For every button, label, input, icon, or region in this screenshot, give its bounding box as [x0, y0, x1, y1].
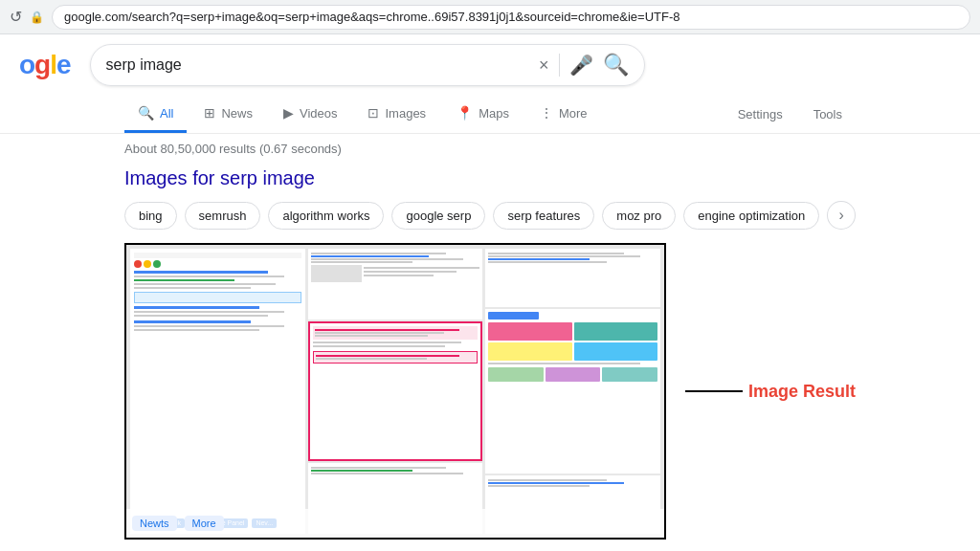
image-result-box[interactable]: ✓ Image Pack Knowledge Panel Nev...	[124, 243, 666, 540]
results-area: About 80,50,000 results (0.67 seconds) I…	[0, 134, 980, 540]
browser-bar: ↺ 🔒 google.com/search?q=serp+image&oq=se…	[0, 0, 980, 34]
tab-news-label: News	[221, 106, 253, 121]
newts-chip: Newts	[132, 516, 177, 531]
maps-tab-icon: 📍	[457, 105, 473, 121]
google-header: ogle serp image × 🎤 🔍	[0, 34, 980, 96]
chip-semrush[interactable]: semrush	[185, 202, 261, 230]
logo-letter-o: o	[19, 50, 34, 79]
voice-search-icon[interactable]: 🎤	[569, 54, 593, 77]
reload-button[interactable]: ↺	[10, 8, 22, 26]
nav-tabs: 🔍 All ⊞ News ▶ Videos ⊡ Images 📍 Maps ⋮ …	[0, 96, 980, 134]
tab-more[interactable]: ⋮ More	[526, 96, 601, 133]
images-heading[interactable]: Images for serp image	[124, 167, 856, 189]
results-count: About 80,50,000 results (0.67 seconds)	[124, 142, 856, 156]
google-page: ogle serp image × 🎤 🔍 🔍 All ⊞ News ▶ Vid…	[0, 34, 980, 551]
annotation-arrow-line	[685, 390, 743, 392]
tab-images-label: Images	[385, 106, 426, 121]
search-bar: serp image × 🎤 🔍	[90, 44, 645, 86]
search-divider	[559, 54, 560, 77]
chip-moz-pro[interactable]: moz pro	[602, 202, 676, 230]
lock-icon: 🔒	[30, 11, 44, 24]
tab-maps[interactable]: 📍 Maps	[443, 96, 523, 133]
images-tab-icon: ⊡	[368, 105, 379, 121]
logo-letter-l: l	[50, 50, 56, 79]
url-text: google.com/search?q=serp+image&oq=serp+i…	[64, 10, 680, 24]
tab-videos[interactable]: ▶ Videos	[270, 96, 351, 133]
chip-engine-optimization[interactable]: engine optimization	[683, 202, 819, 230]
image-result-annotation: Image Result	[685, 382, 856, 402]
nav-right: Settings Tools	[724, 98, 856, 131]
search-query[interactable]: serp image	[106, 56, 529, 74]
chip-google-serp[interactable]: google serp	[391, 202, 485, 230]
chip-bing[interactable]: bing	[124, 202, 177, 230]
tab-all-label: All	[160, 106, 173, 121]
logo-letter-e: e	[56, 50, 71, 79]
image-result-container: ✓ Image Pack Knowledge Panel Nev...	[124, 243, 856, 540]
settings-link[interactable]: Settings	[724, 98, 796, 131]
tab-news[interactable]: ⊞ News	[190, 96, 266, 133]
tab-maps-label: Maps	[479, 106, 509, 121]
search-submit-icon[interactable]: 🔍	[603, 53, 629, 77]
chips-next-arrow[interactable]: ›	[827, 201, 856, 230]
news-tab-icon: ⊞	[204, 105, 215, 121]
annotation-label: Image Result	[748, 382, 856, 402]
tab-videos-label: Videos	[300, 106, 338, 121]
tab-all[interactable]: 🔍 All	[124, 96, 187, 133]
more-tab-icon: ⋮	[540, 105, 553, 121]
image-footer-chips: Newts More	[126, 509, 664, 538]
videos-tab-icon: ▶	[283, 105, 294, 121]
chips-row: bing semrush algorithm works google serp…	[124, 201, 856, 230]
tab-more-label: More	[559, 106, 588, 121]
tools-link[interactable]: Tools	[800, 98, 856, 131]
clear-button[interactable]: ×	[539, 55, 549, 76]
all-tab-icon: 🔍	[138, 105, 154, 121]
more-chip: More	[185, 516, 224, 531]
logo-letter-g1: g	[34, 50, 50, 79]
google-logo: ogle	[19, 50, 71, 80]
address-bar[interactable]: google.com/search?q=serp+image&oq=serp+i…	[52, 5, 970, 30]
chip-serp-features[interactable]: serp features	[493, 202, 594, 230]
chip-algorithm-works[interactable]: algorithm works	[268, 202, 384, 230]
tab-images[interactable]: ⊡ Images	[354, 96, 439, 133]
